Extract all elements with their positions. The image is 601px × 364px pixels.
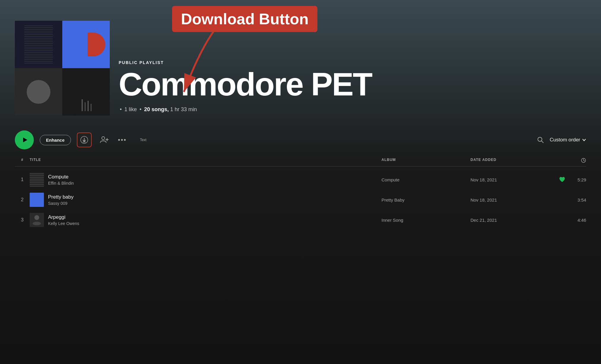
annotation-arrow [166, 21, 231, 104]
col-header-liked [545, 158, 568, 164]
svg-line-13 [541, 141, 543, 143]
track-artist: Kelly Lee Owens [48, 221, 79, 226]
svg-line-16 [583, 160, 585, 161]
svg-point-18 [33, 222, 41, 225]
track-list-header: # TITLE ALBUM DATE ADDED [15, 155, 586, 167]
svg-point-9 [102, 137, 105, 140]
meta-songs: 20 songs, [144, 106, 169, 112]
track-album: Inner Song [381, 218, 470, 223]
playlist-meta: • 1 like • 20 songs, 1 hr 33 min [119, 106, 586, 113]
enhance-button[interactable]: Enhance [40, 135, 71, 145]
track-num: 1 [15, 177, 30, 182]
col-header-duration [568, 158, 586, 164]
track-album: Compute [381, 177, 470, 182]
track-num: 2 [15, 197, 30, 202]
col-header-title: TITLE [30, 158, 381, 164]
track-name: Pretty baby [48, 194, 74, 200]
track-duration: 5:29 [568, 177, 586, 182]
svg-marker-5 [23, 138, 27, 142]
meta-dot-1: • [120, 106, 122, 112]
heart-icon [559, 176, 565, 183]
track-album: Pretty Baby [381, 197, 470, 202]
chevron-down-icon [582, 138, 586, 142]
meta-dot-2: • [139, 106, 143, 112]
col-header-date: DATE ADDED [470, 158, 545, 164]
play-button[interactable] [15, 130, 34, 149]
svg-point-17 [34, 215, 39, 220]
track-text: Pretty baby Sassy 009 [48, 194, 74, 206]
track-date: Nov 18, 2021 [470, 177, 545, 182]
art-cell-1 [15, 21, 62, 68]
svg-rect-2 [85, 102, 86, 111]
track-date: Nov 18, 2021 [470, 197, 545, 202]
playlist-art [15, 21, 110, 116]
svg-point-12 [538, 137, 542, 141]
download-icon [80, 136, 88, 144]
track-thumbnail [30, 213, 44, 227]
more-button[interactable]: ••• [117, 136, 128, 144]
track-artist: Sassy 009 [48, 201, 74, 206]
more-dots: ••• [118, 136, 127, 143]
track-date: Dec 21, 2021 [470, 218, 545, 223]
annotation: Download Button [172, 6, 317, 32]
track-duration: 3:54 [568, 197, 586, 202]
art-cell-2 [62, 21, 110, 68]
clock-icon [581, 158, 586, 163]
col-header-album: ALBUM [381, 158, 470, 164]
col-header-num: # [15, 158, 30, 164]
toolbar-right: Custom order [537, 137, 586, 143]
track-name: Compute [48, 174, 74, 180]
meta-duration: 1 hr 33 min [170, 106, 197, 112]
svg-rect-1 [82, 99, 83, 111]
track-thumbnail [30, 193, 44, 207]
search-icon [537, 137, 544, 143]
track-info: Arpeggi Kelly Lee Owens [30, 213, 381, 227]
track-info: Compute Effin & Blindin [30, 173, 381, 187]
track-text: Compute Effin & Blindin [48, 174, 74, 186]
track-text: Arpeggi Kelly Lee Owens [48, 214, 79, 226]
svg-rect-3 [88, 101, 89, 111]
table-row[interactable]: 2 Pretty baby Sassy 009 Pretty Baby Nov … [15, 190, 586, 210]
track-liked [545, 176, 568, 183]
meta-likes: 1 like [124, 106, 137, 112]
track-artist: Effin & Blindin [48, 181, 74, 186]
art-cell-4 [62, 68, 110, 116]
custom-order-label: Custom order [550, 137, 580, 143]
svg-rect-4 [90, 104, 92, 111]
toolbar: Enhance ••• Text Custom order [0, 124, 601, 155]
art-cell-3 [15, 68, 62, 116]
table-row[interactable]: 1 Compute Effin & Blindin Compute Nov 18… [15, 170, 586, 190]
play-icon [21, 136, 28, 143]
custom-order-button[interactable]: Custom order [550, 137, 586, 143]
add-friend-icon [100, 136, 109, 144]
add-friend-button[interactable] [98, 133, 111, 146]
table-row[interactable]: 3 Arpeggi Kelly Lee Owens Inner Song Dec… [15, 210, 586, 230]
search-button[interactable] [537, 137, 544, 143]
track-info: Pretty baby Sassy 009 [30, 193, 381, 207]
text-label: Text [140, 138, 147, 142]
track-name: Arpeggi [48, 214, 79, 220]
track-thumbnail [30, 173, 44, 187]
track-list: # TITLE ALBUM DATE ADDED 1 Compute Effin… [0, 155, 601, 230]
track-duration: 4:46 [568, 218, 586, 223]
track-num: 3 [15, 217, 30, 223]
download-button[interactable] [77, 132, 92, 147]
